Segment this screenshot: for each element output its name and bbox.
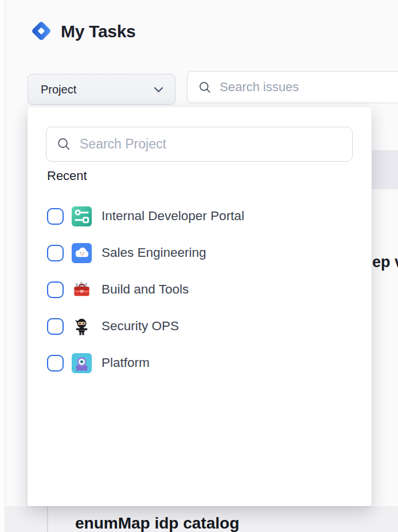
background-vertical-divider — [47, 506, 48, 532]
ninja-icon — [72, 316, 92, 337]
project-label: Security OPS — [102, 319, 179, 334]
left-divider — [5, 0, 5, 532]
project-checkbox[interactable] — [47, 355, 64, 371]
project-label: Sales Engineering — [102, 245, 206, 260]
issue-search-field[interactable] — [187, 71, 398, 103]
project-filter-dropdown: Recent Internal Developer Portal — [28, 107, 372, 506]
chevron-down-icon — [153, 84, 165, 96]
project-checkbox[interactable] — [47, 318, 64, 335]
alien-icon — [72, 353, 92, 373]
background-issue-text-right: ep v — [372, 253, 398, 271]
toolbox-icon — [72, 280, 92, 300]
sliders-icon — [72, 206, 92, 226]
page-title: My Tasks — [61, 22, 135, 41]
project-list: Internal Developer Portal Sales Engineer… — [28, 198, 372, 381]
jira-logo-icon — [29, 18, 54, 44]
project-checkbox[interactable] — [47, 208, 64, 225]
search-icon — [198, 80, 212, 95]
project-label: Build and Tools — [102, 282, 189, 297]
project-option-sales-engineering[interactable]: Sales Engineering — [28, 234, 372, 271]
project-filter-label: Project — [41, 83, 76, 96]
project-option-security-ops[interactable]: Security OPS — [28, 308, 372, 345]
project-label: Internal Developer Portal — [102, 209, 244, 224]
cloud-icon — [72, 243, 92, 263]
project-label: Platform — [102, 355, 150, 370]
recent-section-label: Recent — [47, 169, 87, 183]
project-option-platform[interactable]: Platform — [28, 345, 372, 381]
issue-search-input[interactable] — [220, 80, 395, 95]
project-checkbox[interactable] — [47, 245, 64, 261]
project-search-input[interactable] — [80, 136, 343, 152]
project-checkbox[interactable] — [47, 281, 64, 298]
project-search-field[interactable] — [46, 127, 353, 162]
left-rail — [0, 0, 5, 532]
project-option-internal-developer-portal[interactable]: Internal Developer Portal — [28, 198, 372, 234]
project-option-build-and-tools[interactable]: Build and Tools — [28, 271, 372, 308]
search-icon — [56, 136, 72, 152]
background-issue-title: enumMap idp catalog — [75, 512, 239, 532]
project-filter-button[interactable]: Project — [28, 74, 175, 105]
